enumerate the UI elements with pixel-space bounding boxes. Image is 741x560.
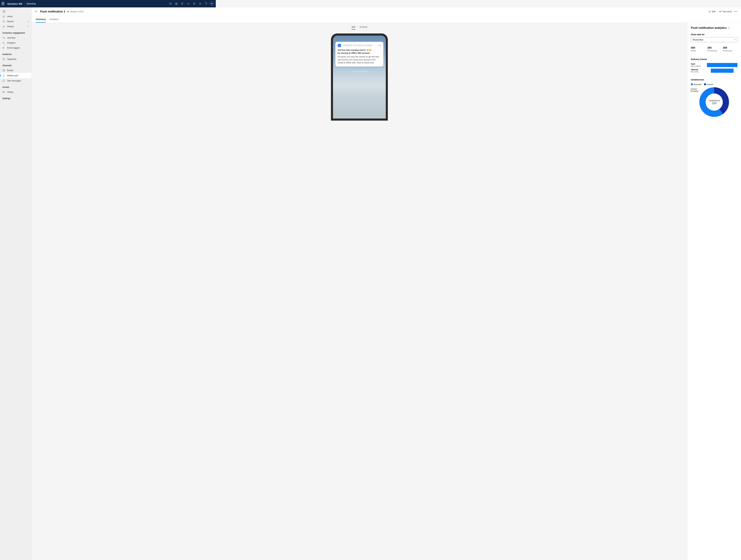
nav-label: Pinned — [7, 25, 14, 28]
user-avatar[interactable]: MT — [210, 2, 214, 6]
segments-icon — [2, 58, 5, 60]
svg-rect-22 — [3, 80, 5, 81]
nav-label: Recent — [7, 20, 14, 23]
svg-line-1 — [171, 4, 172, 5]
nav-mobile-push[interactable]: Mobile push — [0, 73, 31, 78]
lightbulb-icon[interactable] — [179, 0, 185, 7]
page-title: Push notification 1 — [40, 10, 65, 13]
nav-label: Segments — [7, 58, 16, 60]
nav-group-header: Customer engagement — [0, 29, 31, 35]
svg-point-12 — [3, 37, 3, 37]
task-icon[interactable] — [174, 0, 179, 7]
nav-text-messages[interactable]: Text messages — [0, 78, 31, 83]
preview-panel: iOS Android UNIVERSITY OF SOUTH FLORIDA … — [31, 23, 216, 121]
nav-segments[interactable]: Segments — [0, 57, 31, 62]
nav-group-header: Settings — [0, 94, 31, 101]
pin-icon — [2, 25, 5, 28]
nav-label: Text messages — [7, 80, 21, 82]
nav-label: Journeys — [7, 37, 15, 39]
left-nav: Home Recent Pinned Customer engagement J… — [0, 7, 31, 121]
back-button[interactable] — [35, 10, 39, 13]
nav-collapse-button[interactable] — [0, 9, 31, 14]
page-header: Push notification 1 Ready to send Edit T… — [31, 7, 216, 16]
nav-label: Analytics — [7, 42, 15, 44]
svg-point-0 — [170, 3, 171, 4]
nav-label: Mobile push — [7, 74, 18, 77]
analytics-icon — [2, 42, 5, 44]
content-area: iOS Android UNIVERSITY OF SOUTH FLORIDA … — [31, 23, 216, 121]
mobile-icon — [2, 74, 5, 77]
svg-point-6 — [200, 3, 200, 4]
nav-emails[interactable]: Emails — [0, 68, 31, 73]
settings-icon[interactable] — [197, 0, 203, 7]
nav-group-header: Channels — [0, 62, 31, 68]
trigger-icon — [2, 47, 5, 49]
svg-point-2 — [175, 3, 178, 5]
page-tabs: Summary Analytics — [31, 16, 216, 23]
status-dot — [67, 11, 69, 12]
nav-label: Emails — [7, 69, 13, 72]
page-body: Push notification 1 Ready to send Edit T… — [31, 7, 216, 121]
brand-label: Dynamics 365 — [7, 3, 22, 5]
nav-group-header: Audience — [0, 50, 31, 57]
status-label: Ready to send — [70, 10, 83, 13]
top-nav-bar: Dynamics 365 Marketing MT — [0, 0, 216, 7]
svg-rect-19 — [3, 70, 5, 71]
nav-event-triggers[interactable]: Event triggers — [0, 45, 31, 50]
area-label: Marketing — [26, 3, 36, 5]
home-icon — [2, 15, 5, 18]
nav-library[interactable]: Library — [0, 89, 31, 94]
app-launcher-icon[interactable] — [2, 2, 5, 5]
chevron-down-icon — [27, 26, 29, 27]
clock-icon — [2, 20, 5, 23]
help-icon[interactable] — [203, 0, 209, 7]
svg-point-13 — [4, 38, 5, 39]
tab-summary[interactable]: Summary — [36, 16, 46, 22]
nav-label: Event triggers — [7, 47, 20, 49]
svg-line-26 — [4, 91, 5, 93]
nav-recent[interactable]: Recent — [0, 19, 31, 24]
chat-icon — [2, 80, 5, 82]
nav-label: Home — [7, 15, 13, 18]
nav-group-header: Assets — [0, 83, 31, 89]
mail-icon — [2, 69, 5, 71]
journeys-icon — [2, 37, 5, 39]
nav-pinned[interactable]: Pinned — [0, 24, 31, 29]
nav-analytics[interactable]: Analytics — [0, 40, 31, 45]
library-icon — [2, 91, 5, 93]
chevron-down-icon — [27, 20, 29, 22]
add-icon[interactable] — [185, 0, 191, 7]
filter-icon[interactable] — [191, 0, 197, 7]
search-icon[interactable] — [167, 0, 174, 7]
nav-home[interactable]: Home — [0, 14, 31, 19]
tab-analytics[interactable]: Analytics — [50, 16, 59, 22]
nav-journeys[interactable]: Journeys — [0, 35, 31, 40]
nav-label: Library — [7, 91, 13, 93]
